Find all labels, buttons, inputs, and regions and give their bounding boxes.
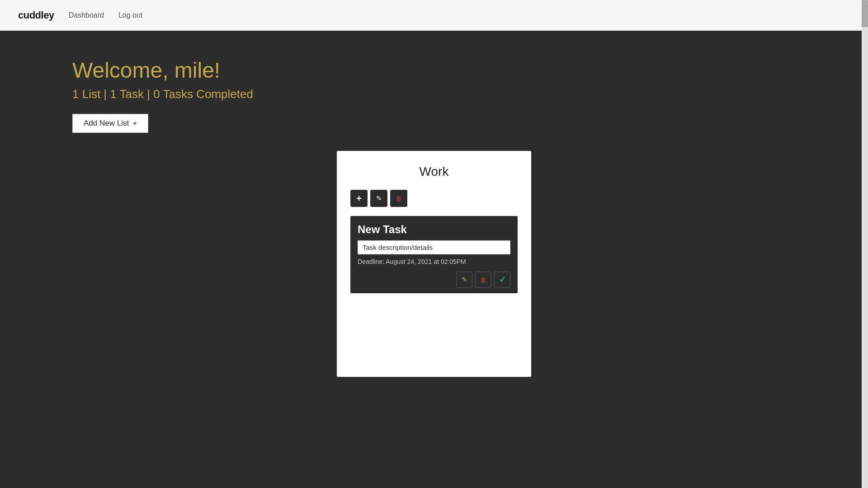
trash-task-icon: 🗑 [480,276,487,284]
list-card-work: Work + ✎ 🗑 New Task Task description/det… [337,151,531,377]
lists-area: Work + ✎ 🗑 New Task Task description/det… [72,151,796,377]
task-deadline: Deadline: August 24, 2021 at 02:05PM [358,258,510,265]
delete-task-button[interactable]: 🗑 [475,272,491,288]
scrollbar-track[interactable] [862,0,868,488]
navbar: cuddley Dashboard Log out [0,0,868,31]
edit-icon: ✎ [376,194,382,202]
plus-icon: + [356,193,362,204]
welcome-heading: Welcome, mile! [72,58,796,83]
list-actions: + ✎ 🗑 [350,190,518,207]
add-list-label: Add New List [84,119,129,128]
complete-task-button[interactable]: ✓ [494,272,510,288]
task-description: Task description/details [358,240,510,254]
add-list-plus-icon: + [132,119,137,128]
edit-task-button[interactable]: ✎ [456,272,472,288]
add-new-list-button[interactable]: Add New List + [72,114,148,133]
task-actions: ✎ 🗑 ✓ [358,272,510,288]
add-task-button[interactable]: + [350,190,368,207]
logout-link[interactable]: Log out [118,11,142,19]
edit-task-icon: ✎ [462,276,467,284]
dashboard-link[interactable]: Dashboard [69,11,104,19]
task-title: New Task [358,223,510,236]
check-task-icon: ✓ [499,275,506,285]
list-title: Work [350,164,518,179]
main-content: Welcome, mile! 1 List | 1 Task | 0 Tasks… [0,31,868,404]
scrollbar-thumb[interactable] [862,0,868,27]
brand-logo: cuddley [18,9,54,21]
task-item: New Task Task description/details Deadli… [350,216,518,293]
edit-list-button[interactable]: ✎ [370,190,387,207]
delete-list-button[interactable]: 🗑 [390,190,407,207]
trash-icon: 🗑 [396,195,402,202]
stats-line: 1 List | 1 Task | 0 Tasks Completed [72,87,796,101]
